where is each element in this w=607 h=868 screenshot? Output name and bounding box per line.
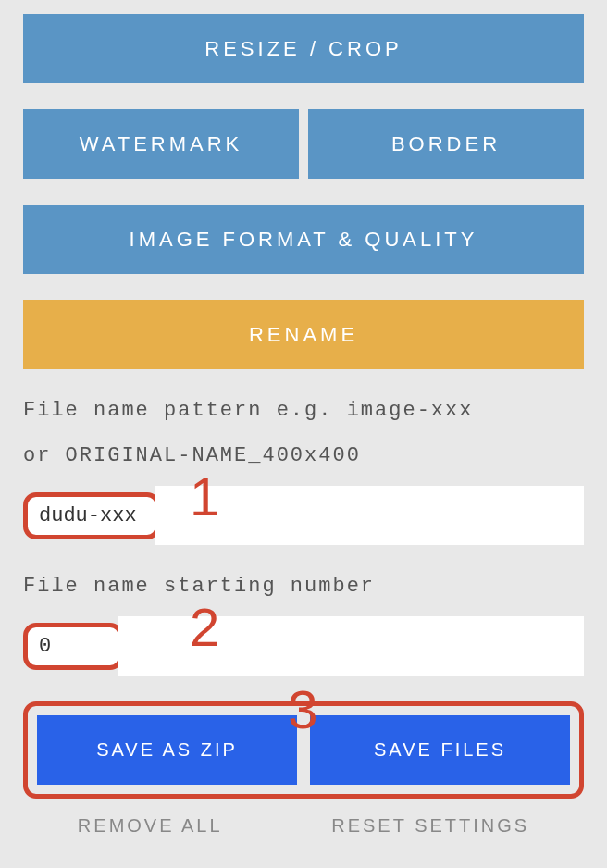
pattern-label-line1: File name pattern e.g. image-xxx: [23, 395, 584, 426]
image-format-quality-tab[interactable]: IMAGE FORMAT & QUALITY: [23, 205, 584, 274]
starting-number-label: File name starting number: [23, 571, 584, 601]
remove-all-button[interactable]: REMOVE ALL: [78, 815, 223, 837]
annotation-1: 1: [190, 465, 220, 527]
border-tab[interactable]: BORDER: [308, 109, 584, 179]
reset-settings-button[interactable]: RESET SETTINGS: [331, 815, 529, 837]
annotation-2: 2: [190, 596, 220, 658]
save-as-zip-button[interactable]: SAVE AS ZIP: [37, 715, 297, 785]
annotation-3: 3: [288, 678, 318, 740]
save-files-button[interactable]: SAVE FILES: [310, 715, 570, 785]
save-actions-highlight: 3 SAVE AS ZIP SAVE FILES: [23, 701, 584, 799]
rename-tab[interactable]: RENAME: [23, 300, 584, 369]
resize-crop-tab[interactable]: RESIZE / CROP: [23, 14, 584, 83]
watermark-tab[interactable]: WATERMARK: [23, 109, 299, 179]
input-extension-2: [118, 616, 584, 676]
pattern-label-line2: or ORIGINAL-NAME_400x400: [23, 440, 584, 471]
filename-pattern-input[interactable]: [23, 492, 160, 539]
starting-number-input[interactable]: [23, 623, 123, 670]
